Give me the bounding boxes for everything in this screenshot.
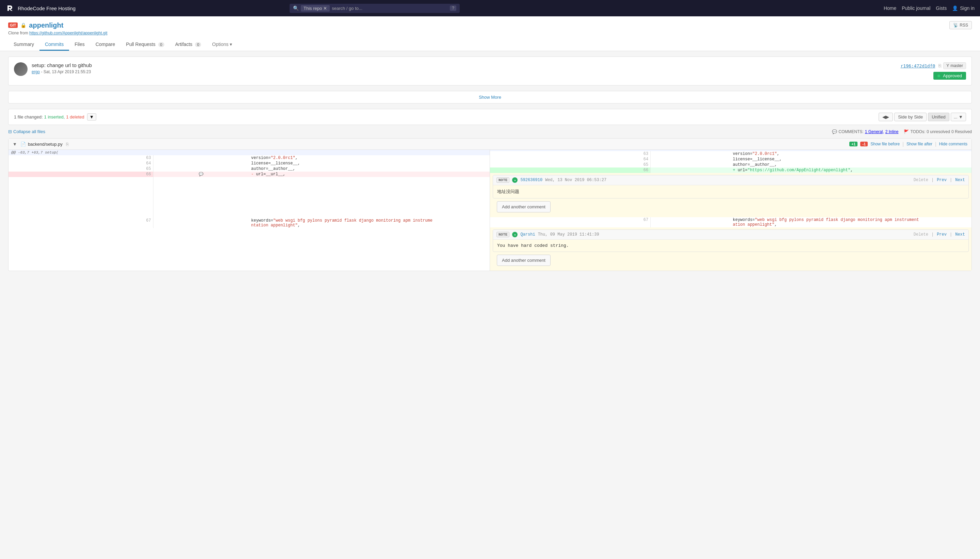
commit-right: r196:472d1df0 ⎘ Y master Approved	[901, 62, 966, 79]
repo-name[interactable]: appenlight	[29, 22, 63, 29]
search-placeholder[interactable]: search / go to...	[332, 6, 448, 11]
files-changed: 1 file changed: 1 inserted, 1 deleted ▼	[14, 113, 96, 121]
comment-gutter-right[interactable]	[651, 217, 731, 227]
files-dropdown-button[interactable]: ▼	[87, 113, 96, 121]
brand-logo[interactable]: RhodeCode Free Hosting	[5, 3, 76, 13]
collapse-row: ⊟ Collapse all files 💬 COMMENTS: 1 Gener…	[8, 129, 972, 134]
next-comment-1[interactable]: Next	[955, 178, 965, 182]
file-diff-header: ▼ 📄 backend/setup.py ⎘ +1 -1 Show file b…	[8, 139, 972, 150]
diff-arrows-button[interactable]: ◀▶	[879, 113, 893, 121]
search-bar[interactable]: 🔍 This repo ✕ search / go to... ?	[290, 4, 460, 13]
prev-comment-1[interactable]: Prev	[937, 178, 947, 182]
approved-badge: Approved	[934, 72, 966, 79]
comments-info: 💬 COMMENTS: 1 General, 2 Inline 🚩 TODOs:…	[832, 129, 972, 134]
comment-bubble-2: NOTE ★ Qarshi Thu, 09 May 2019 11:41:39 …	[493, 230, 969, 269]
show-more-label: Show More	[479, 95, 501, 100]
search-help-icon[interactable]: ?	[450, 5, 456, 11]
lock-icon: 🔒	[20, 23, 26, 28]
comment-body-2: You have hard coded string.	[493, 240, 968, 251]
scope-x-icon: ✕	[323, 6, 327, 11]
commit-author[interactable]: ergo	[31, 69, 40, 74]
note-badge-2: NOTE	[497, 232, 510, 237]
comment-date-2: Thu, 09 May 2019 11:41:39	[538, 232, 599, 237]
collapse-label: Collapse all files	[13, 129, 45, 134]
line-content-right: author=__author__,	[731, 162, 972, 167]
table-row: 64 license=__license__,	[490, 157, 972, 162]
comment-author-2[interactable]: Qarshi	[520, 232, 535, 237]
comment-gutter[interactable]	[153, 155, 249, 161]
comment-gutter[interactable]: 💬	[153, 172, 249, 177]
clone-url-link[interactable]: https://github.com/Appenlight/appenlight…	[29, 31, 107, 35]
comment-gutter-right[interactable]	[651, 157, 731, 162]
collapse-icon: ⊟	[8, 129, 12, 134]
tab-commits[interactable]: Commits	[40, 39, 69, 51]
show-before-link[interactable]: Show file before	[870, 142, 900, 146]
comment-header-1: NOTE ★ 592636910 Wed, 13 Nov 2019 06:53:…	[493, 175, 968, 185]
todos-info: 🚩 TODOs: 0 unresolved 0 Resolved	[904, 129, 972, 134]
show-after-link[interactable]: Show file after	[906, 142, 932, 146]
comment-gutter[interactable]	[153, 166, 249, 172]
add-comment-button-1[interactable]: Add another comment	[497, 201, 551, 212]
add-comment-button-2[interactable]: Add another comment	[497, 255, 551, 266]
comment-gutter[interactable]	[153, 161, 249, 166]
tab-artifacts[interactable]: Artifacts 0	[170, 39, 207, 51]
nav-gists[interactable]: Gists	[936, 5, 947, 11]
diff-hunk-row: @@ -63,7 +63,7 setup(	[8, 150, 490, 155]
tab-options[interactable]: Options ▾	[206, 39, 238, 51]
tab-pull-requests[interactable]: Pull Requests 0	[120, 39, 170, 51]
collapse-all-link[interactable]: ⊟ Collapse all files	[8, 129, 45, 134]
comment-gutter-right[interactable]	[651, 167, 731, 173]
search-icon: 🔍	[293, 5, 299, 11]
general-comments-link[interactable]: 1 General,	[865, 129, 884, 134]
file-name: ▼ 📄 backend/setup.py ⎘	[13, 142, 69, 147]
comment-actions-2: Delete | Prev | Next	[914, 232, 965, 237]
prev-comment-2[interactable]: Prev	[937, 232, 947, 237]
comment-header-2: NOTE ★ Qarshi Thu, 09 May 2019 11:41:39 …	[493, 230, 968, 240]
nav-public-journal[interactable]: Public journal	[902, 5, 931, 11]
file-del-badge: -1	[860, 142, 868, 146]
diff-right-side: 63 version="2.0.0rc1", 64 license=__lice…	[490, 150, 972, 271]
comment-gutter-right[interactable]	[651, 151, 731, 157]
unified-button[interactable]: Unified	[928, 113, 949, 121]
clone-label: Clone from	[8, 31, 28, 35]
comment-gutter[interactable]	[153, 218, 249, 228]
comment-author-1[interactable]: 592636910	[520, 178, 543, 182]
hide-comments-link[interactable]: Hide comments	[939, 142, 967, 146]
next-comment-2[interactable]: Next	[955, 232, 965, 237]
del-marker: -	[251, 172, 254, 177]
inline-comments-link[interactable]: 2 Inline	[885, 129, 899, 134]
tab-compare[interactable]: Compare	[90, 39, 121, 51]
tab-summary[interactable]: Summary	[8, 39, 40, 51]
file-add-badge: +1	[849, 142, 858, 146]
search-scope[interactable]: This repo ✕	[301, 5, 330, 12]
add-comment-inline-icon[interactable]: 💬	[199, 172, 203, 176]
inline-comment-cell-1: NOTE ★ 592636910 Wed, 13 Nov 2019 06:53:…	[490, 173, 972, 217]
nav-home[interactable]: Home	[884, 5, 896, 11]
table-row: 65 author=__author__,	[490, 162, 972, 167]
pull-requests-badge: 0	[158, 42, 164, 47]
rss-button[interactable]: 📡 RSS	[949, 21, 972, 29]
line-num-right: 63	[490, 151, 651, 157]
commit-hash[interactable]: r196:472d1df0	[901, 63, 935, 68]
sign-in-button[interactable]: 👤 Sign in	[952, 5, 975, 11]
delete-comment-2[interactable]: Delete	[914, 232, 928, 237]
line-content: keywords="web wsgi bfg pylons pyramid fl…	[249, 218, 490, 228]
line-num-right: 65	[490, 162, 651, 167]
branch-name: master	[950, 63, 963, 68]
table-row: 66 + url="https://github.com/AppEnlight/…	[490, 167, 972, 173]
commit-message: setup: change url to github	[31, 62, 897, 68]
expand-file-icon[interactable]: ▼	[13, 142, 17, 147]
hunk-content: @@ -63,7 +63,7 setup(	[8, 150, 490, 155]
diff-view-buttons: ◀▶ Side by Side Unified ... ▼	[879, 113, 966, 121]
diff-more-button[interactable]: ... ▼	[951, 113, 966, 121]
comment-gutter-right[interactable]	[651, 162, 731, 167]
tab-files[interactable]: Files	[69, 39, 90, 51]
line-num-left: 65	[8, 166, 153, 172]
show-more-bar[interactable]: Show More	[8, 91, 972, 104]
copy-hash-icon[interactable]: ⎘	[939, 63, 941, 68]
copy-filename-icon[interactable]: ⎘	[66, 142, 69, 147]
comment-bubble-icon: 💬	[832, 129, 837, 134]
side-by-side-button[interactable]: Side by Side	[894, 113, 927, 121]
delete-comment-1[interactable]: Delete	[914, 178, 928, 182]
line-content: author=__author__,	[249, 166, 490, 172]
